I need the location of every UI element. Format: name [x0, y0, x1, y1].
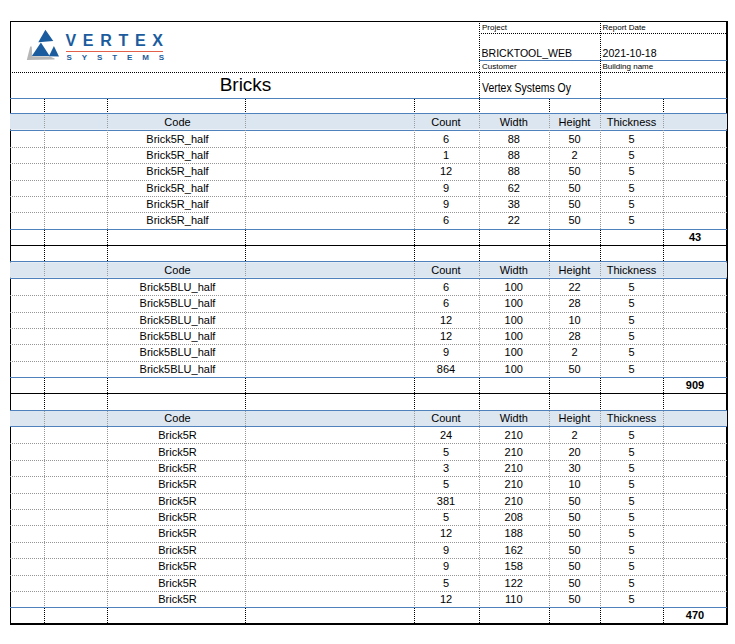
svg-text:5: 5 [628, 560, 634, 572]
svg-text:50: 50 [568, 133, 580, 145]
svg-text:3: 3 [443, 462, 449, 474]
svg-text:Brick5BLU_half: Brick5BLU_half [140, 281, 217, 293]
svg-text:Brick5BLU_half: Brick5BLU_half [140, 346, 217, 358]
svg-text:50: 50 [568, 363, 580, 375]
svg-text:5: 5 [628, 165, 634, 177]
svg-text:5: 5 [628, 462, 634, 474]
svg-text:5: 5 [628, 214, 634, 226]
svg-text:210: 210 [505, 495, 523, 507]
svg-text:864: 864 [437, 363, 455, 375]
svg-text:12: 12 [440, 593, 452, 605]
svg-text:9: 9 [443, 560, 449, 572]
svg-text:5: 5 [628, 446, 634, 458]
svg-text:Code: Code [164, 116, 190, 128]
svg-text:909: 909 [686, 379, 704, 391]
svg-text:Brick5R: Brick5R [158, 462, 197, 474]
svg-text:Brick5R: Brick5R [158, 429, 197, 441]
svg-text:22: 22 [568, 281, 580, 293]
svg-text:50: 50 [568, 165, 580, 177]
svg-text:Brick5BLU_half: Brick5BLU_half [140, 330, 217, 342]
svg-text:100: 100 [505, 297, 523, 309]
svg-text:Thickness: Thickness [607, 412, 657, 424]
svg-text:5: 5 [628, 577, 634, 589]
svg-text:88: 88 [508, 149, 520, 161]
svg-text:Brick5R_half: Brick5R_half [146, 182, 209, 194]
svg-text:Height: Height [559, 116, 591, 128]
svg-text:50: 50 [568, 495, 580, 507]
svg-text:50: 50 [568, 560, 580, 572]
svg-text:10: 10 [568, 478, 580, 490]
svg-text:Brick5R: Brick5R [158, 527, 197, 539]
svg-text:5: 5 [628, 363, 634, 375]
svg-text:Brick5R: Brick5R [158, 577, 197, 589]
svg-text:Report Date: Report Date [603, 23, 647, 32]
svg-text:210: 210 [505, 478, 523, 490]
svg-text:188: 188 [505, 527, 523, 539]
svg-text:5: 5 [628, 346, 634, 358]
svg-text:88: 88 [508, 133, 520, 145]
svg-text:Vertex Systems Oy: Vertex Systems Oy [482, 80, 571, 95]
svg-text:Width: Width [500, 116, 528, 128]
svg-text:5: 5 [628, 495, 634, 507]
svg-text:5: 5 [628, 297, 634, 309]
svg-text:5: 5 [628, 544, 634, 556]
svg-text:10: 10 [568, 314, 580, 326]
svg-text:9: 9 [443, 198, 449, 210]
svg-text:38: 38 [508, 198, 520, 210]
svg-text:50: 50 [568, 544, 580, 556]
svg-text:50: 50 [568, 511, 580, 523]
svg-text:Width: Width [500, 412, 528, 424]
svg-text:Brick5BLU_half: Brick5BLU_half [140, 363, 217, 375]
svg-text:Brick5R_half: Brick5R_half [146, 149, 209, 161]
svg-text:88: 88 [508, 165, 520, 177]
svg-text:5: 5 [628, 198, 634, 210]
svg-text:50: 50 [568, 577, 580, 589]
svg-text:22: 22 [508, 214, 520, 226]
svg-text:9: 9 [443, 346, 449, 358]
svg-text:12: 12 [440, 165, 452, 177]
svg-text:Count: Count [431, 264, 460, 276]
svg-text:Project: Project [482, 23, 508, 32]
svg-text:2: 2 [571, 149, 577, 161]
svg-text:5: 5 [628, 330, 634, 342]
svg-text:Brick5R: Brick5R [158, 478, 197, 490]
svg-text:Brick5R: Brick5R [158, 495, 197, 507]
svg-text:5: 5 [443, 577, 449, 589]
svg-text:Customer: Customer [482, 62, 517, 71]
svg-text:2021-10-18: 2021-10-18 [603, 47, 657, 59]
svg-text:5: 5 [443, 446, 449, 458]
svg-text:Count: Count [431, 116, 460, 128]
svg-text:158: 158 [505, 560, 523, 572]
svg-text:Brick5R: Brick5R [158, 593, 197, 605]
svg-text:28: 28 [568, 297, 580, 309]
svg-text:12: 12 [440, 314, 452, 326]
svg-text:5: 5 [628, 478, 634, 490]
svg-text:Brick5R_half: Brick5R_half [146, 214, 209, 226]
svg-text:12: 12 [440, 330, 452, 342]
svg-text:Brick5R_half: Brick5R_half [146, 198, 209, 210]
svg-text:2: 2 [571, 429, 577, 441]
svg-text:Brick5R_half: Brick5R_half [146, 133, 209, 145]
svg-text:122: 122 [505, 577, 523, 589]
svg-text:5: 5 [628, 593, 634, 605]
svg-text:2: 2 [571, 346, 577, 358]
svg-text:100: 100 [505, 363, 523, 375]
svg-text:SYSTEMS: SYSTEMS [67, 53, 175, 62]
svg-text:Brick5R: Brick5R [158, 544, 197, 556]
svg-text:12: 12 [440, 527, 452, 539]
svg-text:6: 6 [443, 297, 449, 309]
svg-text:5: 5 [628, 281, 634, 293]
svg-text:43: 43 [689, 231, 701, 243]
svg-text:9: 9 [443, 544, 449, 556]
svg-text:5: 5 [628, 133, 634, 145]
svg-text:162: 162 [505, 544, 523, 556]
svg-text:20: 20 [568, 446, 580, 458]
svg-text:Thickness: Thickness [607, 116, 657, 128]
svg-text:Width: Width [500, 264, 528, 276]
svg-text:5: 5 [628, 314, 634, 326]
svg-text:62: 62 [508, 182, 520, 194]
svg-text:50: 50 [568, 214, 580, 226]
svg-text:110: 110 [505, 593, 523, 605]
svg-text:Brick5BLU_half: Brick5BLU_half [140, 297, 217, 309]
svg-text:Code: Code [164, 412, 190, 424]
